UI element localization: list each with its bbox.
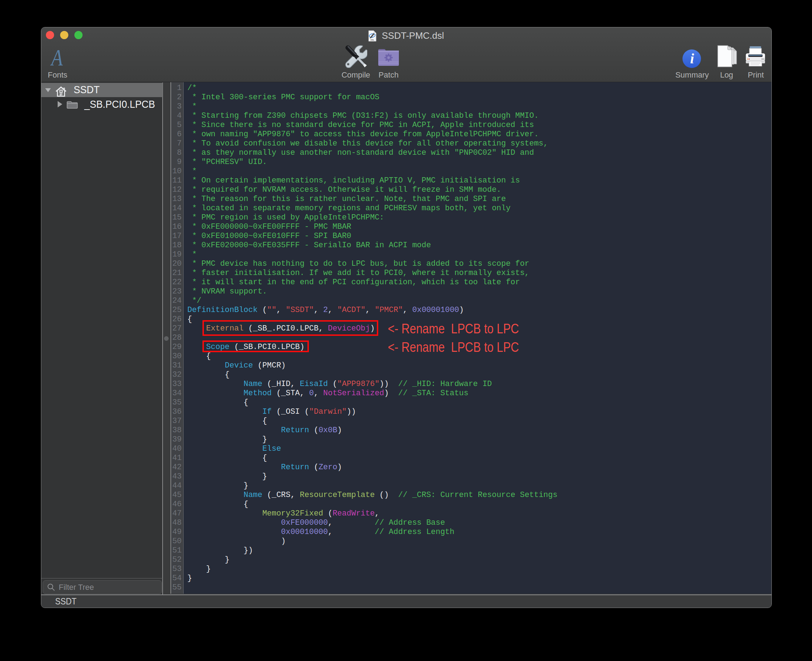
svg-text:DSL: DSL xyxy=(371,39,374,41)
svg-text:i: i xyxy=(690,51,694,67)
